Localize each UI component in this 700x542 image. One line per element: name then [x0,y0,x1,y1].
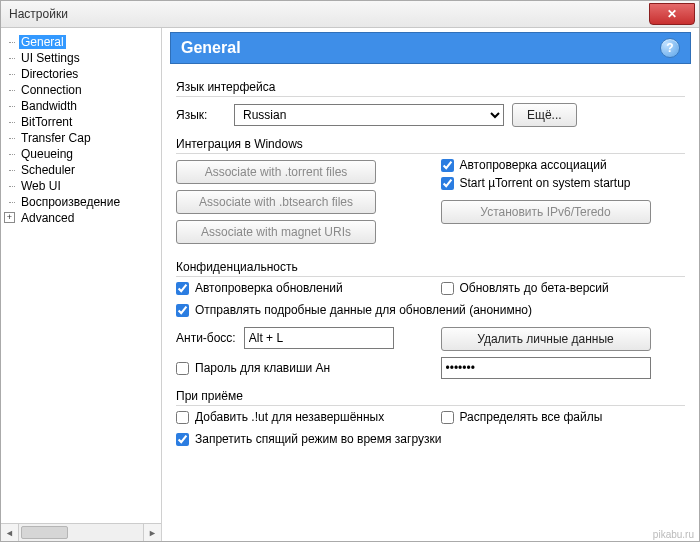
auto-update-checkbox[interactable]: Автопроверка обновлений [176,281,421,295]
sidebar-item-advanced[interactable]: + Advanced [5,210,157,226]
content-pane: General ? Язык интерфейса Язык: Russian … [162,28,699,541]
section-header: General ? [170,32,691,64]
row-language: Язык: Russian Ещё... [176,103,685,127]
sidebar-item-bittorrent[interactable]: BitTorrent [5,114,157,130]
beta-checkbox[interactable]: Обновлять до бета-версий [441,281,686,295]
integration-left: Associate with .torrent files Associate … [176,154,421,250]
startup-checkbox[interactable]: Start µTorrent on system startup [441,176,686,190]
group-privacy: Конфиденциальность [176,256,685,277]
auto-assoc-checkbox[interactable]: Автопроверка ассоциаций [441,158,686,172]
assoc-btsearch-button[interactable]: Associate with .btsearch files [176,190,376,214]
anti-boss-input[interactable] [244,327,394,349]
horizontal-scrollbar[interactable]: ◄ ► [1,523,161,541]
send-data-checkbox[interactable]: Отправлять подробные данные для обновлен… [176,303,685,317]
privacy-row2: Анти-босс: Удалить личные данные [176,321,685,357]
nosleep-input[interactable] [176,433,189,446]
group-integration: Интеграция в Windows [176,133,685,154]
prealloc-checkbox[interactable]: Распределять все файлы [441,410,686,424]
language-label: Язык: [176,108,226,122]
scroll-track[interactable] [19,524,143,541]
more-languages-button[interactable]: Ещё... [512,103,577,127]
sidebar-item-connection[interactable]: Connection [5,82,157,98]
assoc-torrent-button[interactable]: Associate with .torrent files [176,160,376,184]
close-button[interactable]: ✕ [649,3,695,25]
sidebar-item-web-ui[interactable]: Web UI [5,178,157,194]
install-ipv6-button[interactable]: Установить IPv6/Teredo [441,200,651,224]
group-language: Язык интерфейса [176,76,685,97]
nosleep-checkbox[interactable]: Запретить спящий режим во время загрузки [176,432,685,446]
beta-input[interactable] [441,282,454,295]
close-icon: ✕ [667,8,677,20]
auto-assoc-input[interactable] [441,159,454,172]
language-select[interactable]: Russian [234,104,504,126]
settings-window: Настройки ✕ General UI Settings Director… [0,0,700,542]
titlebar: Настройки ✕ [1,1,699,28]
sidebar: General UI Settings Directories Connecti… [1,28,162,541]
help-icon[interactable]: ? [660,38,680,58]
integration-cols: Associate with .torrent files Associate … [176,154,685,250]
send-data-input[interactable] [176,304,189,317]
scroll-thumb[interactable] [21,526,68,539]
watermark: pikabu.ru [653,529,694,540]
sidebar-item-scheduler[interactable]: Scheduler [5,162,157,178]
prealloc-input[interactable] [441,411,454,424]
privacy-row3: Пароль для клавиши Ан [176,357,685,379]
sidebar-item-ui-settings[interactable]: UI Settings [5,50,157,66]
panel: Язык интерфейса Язык: Russian Ещё... Инт… [170,64,691,446]
anti-boss-label: Анти-босс: [176,331,236,345]
sidebar-item-playback[interactable]: Воспроизведение [5,194,157,210]
auto-update-input[interactable] [176,282,189,295]
plus-icon[interactable]: + [4,212,15,223]
sidebar-item-directories[interactable]: Directories [5,66,157,82]
clear-private-data-button[interactable]: Удалить личные данные [441,327,651,351]
password-input[interactable] [441,357,651,379]
startup-input[interactable] [441,177,454,190]
sidebar-item-queueing[interactable]: Queueing [5,146,157,162]
sidebar-item-bandwidth[interactable]: Bandwidth [5,98,157,114]
section-title: General [181,39,241,57]
window-body: General UI Settings Directories Connecti… [1,28,699,541]
sidebar-item-transfer-cap[interactable]: Transfer Cap [5,130,157,146]
integration-right: Автопроверка ассоциаций Start µTorrent o… [441,154,686,250]
scroll-right-icon[interactable]: ► [143,524,161,541]
sidebar-item-general[interactable]: General [5,34,157,50]
group-receive: При приёме [176,385,685,406]
add-ut-input[interactable] [176,411,189,424]
assoc-magnet-button[interactable]: Associate with magnet URIs [176,220,376,244]
password-checkbox[interactable]: Пароль для клавиши Ан [176,361,421,375]
scroll-left-icon[interactable]: ◄ [1,524,19,541]
privacy-row1: Автопроверка обновлений Обновлять до бет… [176,277,685,299]
window-title: Настройки [1,7,68,21]
settings-tree[interactable]: General UI Settings Directories Connecti… [1,28,161,523]
add-ut-checkbox[interactable]: Добавить .!ut для незавершённых [176,410,421,424]
receive-row1: Добавить .!ut для незавершённых Распреде… [176,406,685,428]
password-check-input[interactable] [176,362,189,375]
